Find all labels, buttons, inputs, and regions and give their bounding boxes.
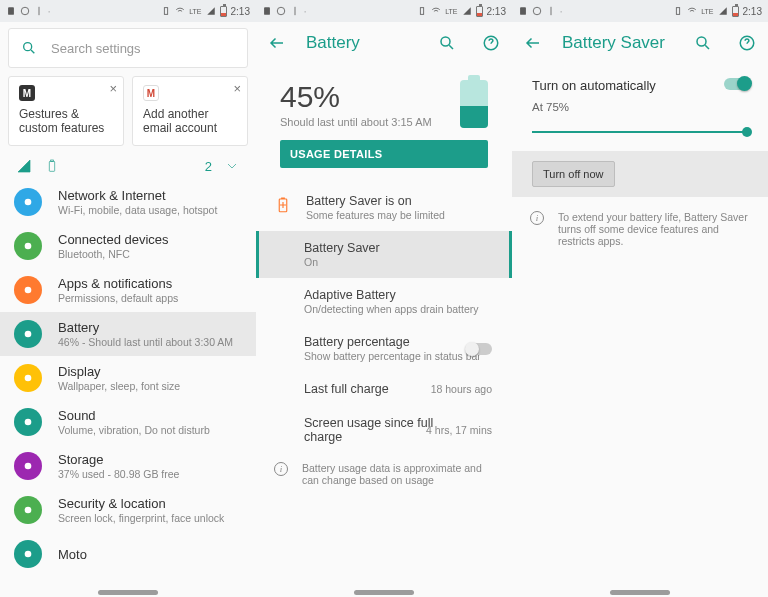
- item-sub: Volume, vibration, Do not disturb: [58, 424, 210, 436]
- app-bar: Battery Saver: [512, 22, 768, 64]
- page-title: Battery: [306, 33, 418, 53]
- battery-large-icon: [460, 80, 488, 128]
- help-button[interactable]: [482, 34, 500, 52]
- item-sub: 46% - Should last until about 3:30 AM: [58, 336, 233, 348]
- search-settings[interactable]: Search settings: [8, 28, 248, 68]
- info-icon: i: [274, 462, 288, 476]
- info-icon: i: [530, 211, 544, 225]
- footer-note: i Battery usage data is approximate and …: [256, 454, 512, 486]
- battery-saver-icon: [274, 194, 292, 216]
- category-icon: [14, 496, 42, 524]
- category-icon: [14, 408, 42, 436]
- back-button[interactable]: [524, 34, 542, 52]
- category-icon: [14, 540, 42, 568]
- suggestion-label: Add another email account: [143, 107, 237, 135]
- item-title: Security & location: [58, 496, 224, 511]
- auto-on-row[interactable]: Turn on automatically At 75%: [512, 64, 768, 117]
- svg-point-9: [25, 331, 32, 338]
- row-title: Battery percentage: [304, 335, 488, 349]
- category-icon: [14, 320, 42, 348]
- category-icon: [14, 364, 42, 392]
- svg-point-7: [25, 243, 32, 250]
- battery-percentage-row[interactable]: Battery percentage Show battery percenta…: [256, 325, 512, 372]
- close-icon[interactable]: ×: [109, 81, 117, 96]
- battery-screen: ⸱ LTE 2:13 Battery: [256, 0, 512, 597]
- last-full-charge-row: Last full charge 18 hours ago: [256, 372, 512, 406]
- item-title: Connected devices: [58, 232, 169, 247]
- svg-rect-22: [520, 7, 526, 15]
- svg-point-6: [25, 199, 32, 206]
- category-icon: [14, 276, 42, 304]
- svg-rect-5: [51, 160, 54, 161]
- usage-details-button[interactable]: USAGE DETAILS: [280, 140, 488, 168]
- item-sub: Wallpaper, sleep, font size: [58, 380, 180, 392]
- signal-icon: [206, 6, 216, 16]
- row-value: 18 hours ago: [431, 383, 492, 395]
- settings-item-display[interactable]: DisplayWallpaper, sleep, font size: [0, 356, 256, 400]
- settings-item-connected-devices[interactable]: Connected devicesBluetooth, NFC: [0, 224, 256, 268]
- search-button[interactable]: [438, 34, 456, 52]
- saver-notice[interactable]: Battery Saver is on Some features may be…: [256, 184, 512, 231]
- svg-point-10: [25, 375, 32, 382]
- auto-toggle[interactable]: [724, 78, 750, 90]
- row-sub: On: [304, 256, 485, 268]
- suggestion-row: × M Gestures & custom features × M Add a…: [0, 76, 256, 154]
- turn-off-button[interactable]: Turn off now: [532, 161, 615, 187]
- nav-handle[interactable]: [354, 590, 414, 595]
- item-sub: Screen lock, fingerprint, face unlock: [58, 512, 224, 524]
- row-value: 4 hrs, 17 mins: [426, 424, 492, 436]
- settings-item-security-location[interactable]: Security & locationScreen lock, fingerpr…: [0, 488, 256, 532]
- svg-rect-2: [165, 8, 168, 15]
- lte-label: LTE: [189, 8, 201, 15]
- search-icon: [21, 40, 37, 56]
- svg-point-25: [697, 37, 706, 46]
- category-icon: [14, 452, 42, 480]
- settings-item-sound[interactable]: SoundVolume, vibration, Do not disturb: [0, 400, 256, 444]
- settings-item-battery[interactable]: Battery46% - Should last until about 3:3…: [0, 312, 256, 356]
- search-icon: [438, 34, 456, 52]
- settings-item-moto[interactable]: Moto: [0, 532, 256, 576]
- gmail-icon: M: [143, 85, 159, 101]
- help-button[interactable]: [738, 34, 756, 52]
- settings-item-network-internet[interactable]: Network & InternetWi-Fi, mobile, data us…: [0, 180, 256, 224]
- battery-percentage-toggle[interactable]: [466, 343, 492, 355]
- back-button[interactable]: [268, 34, 286, 52]
- item-title: Storage: [58, 452, 179, 467]
- status-bar: ⸱ LTE 2:13: [512, 0, 768, 22]
- suggestion-label: Gestures & custom features: [19, 107, 113, 135]
- arrow-back-icon: [524, 34, 542, 52]
- svg-point-3: [24, 43, 32, 51]
- suggestion-gestures[interactable]: × M Gestures & custom features: [8, 76, 124, 146]
- adaptive-battery-row[interactable]: Adaptive Battery On/detecting when apps …: [256, 278, 512, 325]
- svg-rect-15: [264, 7, 270, 15]
- chevron-down-icon: [224, 158, 240, 174]
- svg-point-18: [441, 37, 450, 46]
- svg-rect-17: [421, 8, 424, 15]
- battery-saver-screen: ⸱ LTE 2:13 Battery Saver: [512, 0, 768, 597]
- settings-item-storage[interactable]: Storage37% used - 80.98 GB free: [0, 444, 256, 488]
- item-sub: Permissions, default apps: [58, 292, 178, 304]
- battery-saver-row[interactable]: Battery Saver On: [256, 231, 512, 278]
- search-button[interactable]: [694, 34, 712, 52]
- svg-point-14: [25, 551, 32, 558]
- app-bar: Battery: [256, 22, 512, 64]
- item-sub: Wi-Fi, mobile, data usage, hotspot: [58, 204, 217, 216]
- threshold-slider[interactable]: [532, 131, 748, 133]
- svg-point-12: [25, 463, 32, 470]
- suggestion-email[interactable]: × M Add another email account: [132, 76, 248, 146]
- info-note: i To extend your battery life, Battery S…: [512, 197, 768, 261]
- help-icon: [482, 34, 500, 52]
- item-title: Battery: [58, 320, 233, 335]
- close-icon[interactable]: ×: [233, 81, 241, 96]
- settings-item-apps-notifications[interactable]: Apps & notificationsPermissions, default…: [0, 268, 256, 312]
- turnoff-bar: Turn off now: [512, 151, 768, 197]
- row-title: Screen usage since full charge: [304, 416, 434, 444]
- info-text: To extend your battery life, Battery Sav…: [558, 211, 750, 247]
- condition-row[interactable]: 2: [0, 154, 256, 180]
- item-title: Display: [58, 364, 180, 379]
- nav-handle[interactable]: [610, 590, 670, 595]
- settings-screen: ⸱ LTE 2:13 Search settings × M Gestures …: [0, 0, 256, 597]
- svg-point-16: [277, 7, 285, 15]
- battery-percent: 45%: [280, 80, 440, 114]
- nav-handle[interactable]: [98, 590, 158, 595]
